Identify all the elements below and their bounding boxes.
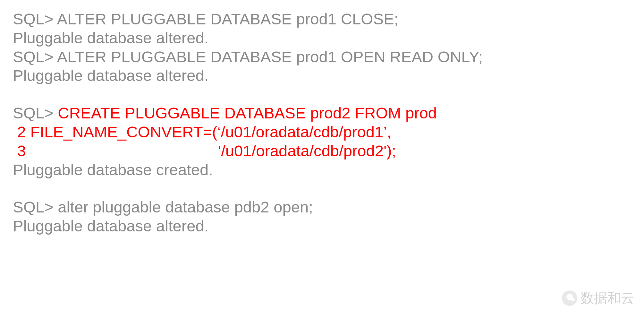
- sql-output-4: Pluggable database altered.: [13, 217, 631, 236]
- wechat-icon: [562, 290, 577, 306]
- watermark-text: 数据和云: [580, 290, 634, 306]
- sql-line-1: SQL> ALTER PLUGGABLE DATABASE prod1 CLOS…: [13, 10, 631, 29]
- sql-create-stmt-part2: 2 FILE_NAME_CONVERT=(‘/u01/oradata/cdb/p…: [13, 123, 631, 142]
- sql-line-3: SQL> CREATE PLUGGABLE DATABASE prod2 FRO…: [13, 104, 631, 123]
- sql-output-3: Pluggable database created.: [13, 160, 631, 179]
- sql-line-4: SQL> alter pluggable database pdb2 open;: [13, 198, 631, 217]
- sql-output-1: Pluggable database altered.: [13, 29, 631, 47]
- sql-create-stmt-part3: 3 '/u01/oradata/cdb/prod2');: [13, 142, 631, 160]
- sql-create-stmt-part1: CREATE PLUGGABLE DATABASE prod2 FROM pro…: [58, 104, 437, 122]
- blank-line: [13, 85, 631, 104]
- blank-line: [13, 179, 631, 198]
- sql-line-2: SQL> ALTER PLUGGABLE DATABASE prod1 OPEN…: [13, 47, 631, 66]
- sql-prompt: SQL>: [13, 104, 58, 122]
- watermark: 数据和云: [562, 290, 634, 306]
- sql-output-2: Pluggable database altered.: [13, 66, 631, 85]
